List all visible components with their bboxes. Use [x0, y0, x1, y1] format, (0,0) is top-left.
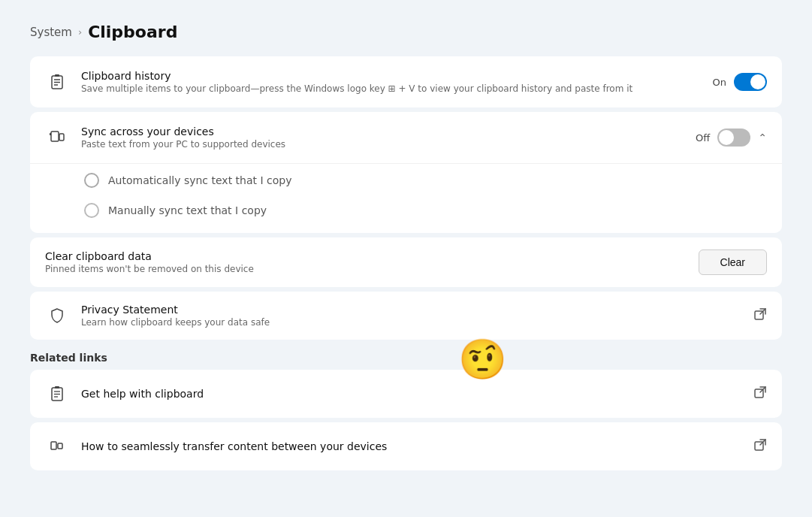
svg-rect-12 — [55, 386, 59, 389]
sync-devices-toggle[interactable] — [717, 128, 750, 147]
transfer-content-icon — [45, 434, 69, 458]
svg-rect-1 — [55, 74, 59, 77]
sync-expand-chevron-icon[interactable]: ⌃ — [758, 132, 767, 144]
clipboard-history-icon — [45, 70, 69, 94]
related-links-label: Related links — [30, 352, 782, 364]
privacy-statement-card[interactable]: Privacy Statement Learn how clipboard ke… — [30, 292, 782, 340]
clear-button[interactable]: Clear — [699, 249, 767, 275]
shield-icon — [45, 304, 69, 328]
clear-clipboard-subtitle: Pinned items won't be removed on this de… — [45, 264, 687, 274]
get-help-text: Get help with clipboard — [81, 388, 741, 400]
privacy-subtitle: Learn how clipboard keeps your data safe — [81, 317, 741, 328]
sync-devices-icon — [45, 125, 69, 150]
auto-sync-radio[interactable] — [84, 173, 99, 188]
auto-sync-radio-row[interactable]: Automatically sync text that I copy — [84, 173, 764, 188]
clipboard-history-card: Clipboard history Save multiple items to… — [30, 56, 782, 107]
clear-clipboard-title: Clear clipboard data — [45, 250, 687, 262]
svg-rect-18 — [51, 442, 56, 449]
sync-devices-card: Sync across your devices Paste text from… — [30, 112, 782, 233]
clipboard-history-subtitle: Save multiple items to your clipboard—pr… — [81, 83, 701, 94]
get-help-icon — [45, 382, 69, 406]
svg-rect-7 — [59, 134, 64, 141]
clear-clipboard-text: Clear clipboard data Pinned items won't … — [45, 250, 687, 274]
breadcrumb-chevron-icon: › — [78, 26, 82, 38]
auto-sync-label: Automatically sync text that I copy — [108, 174, 291, 186]
get-help-external-link-icon — [753, 385, 767, 402]
sync-devices-controls: Off ⌃ — [696, 128, 767, 147]
sync-devices-text: Sync across your devices Paste text from… — [81, 125, 684, 150]
clipboard-history-text: Clipboard history Save multiple items to… — [81, 70, 701, 94]
clipboard-history-title: Clipboard history — [81, 70, 701, 82]
privacy-title: Privacy Statement — [81, 304, 741, 316]
breadcrumb: System › Clipboard — [30, 23, 782, 41]
transfer-content-text: How to seamlessly transfer content betwe… — [81, 440, 741, 452]
clipboard-history-controls: On — [713, 73, 767, 91]
breadcrumb-system[interactable]: System — [30, 26, 72, 39]
svg-rect-6 — [50, 133, 51, 135]
privacy-text: Privacy Statement Learn how clipboard ke… — [81, 304, 741, 328]
privacy-external-link-icon — [753, 307, 767, 324]
sync-devices-title: Sync across your devices — [81, 125, 684, 138]
transfer-content-card[interactable]: How to seamlessly transfer content betwe… — [30, 422, 782, 470]
clear-clipboard-card: Clear clipboard data Pinned items won't … — [30, 237, 782, 287]
svg-rect-19 — [58, 443, 62, 449]
clipboard-history-toggle[interactable] — [734, 73, 767, 91]
sync-devices-row: Sync across your devices Paste text from… — [30, 112, 782, 163]
sync-expanded-options: Automatically sync text that I copy Manu… — [30, 163, 782, 233]
manual-sync-label: Manually sync text that I copy — [108, 204, 267, 216]
manual-sync-radio[interactable] — [84, 203, 99, 218]
svg-rect-5 — [51, 132, 59, 141]
sync-devices-toggle-label: Off — [696, 132, 710, 144]
clipboard-history-toggle-label: On — [713, 77, 726, 88]
page-title: Clipboard — [88, 23, 177, 41]
transfer-external-link-icon — [753, 438, 767, 455]
clipboard-history-row: Clipboard history Save multiple items to… — [30, 56, 782, 107]
get-help-card[interactable]: Get help with clipboard — [30, 370, 782, 418]
sync-devices-subtitle: Paste text from your PC to supported dev… — [81, 139, 684, 150]
manual-sync-radio-row[interactable]: Manually sync text that I copy — [84, 203, 764, 218]
